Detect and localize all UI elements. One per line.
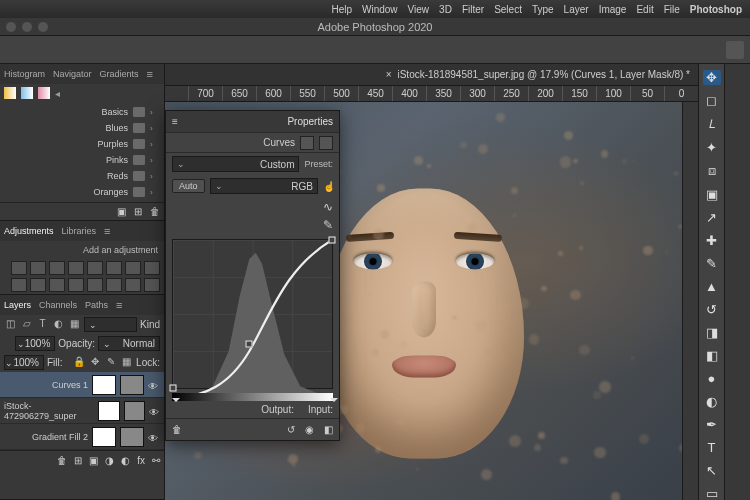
fx-icon[interactable]: fx	[137, 455, 145, 466]
opacity-input[interactable]: 100%	[15, 336, 55, 351]
layer-row[interactable]: 👁Curves 1	[0, 372, 164, 398]
reset-icon[interactable]: ↺	[287, 424, 295, 435]
filter-adjust-icon[interactable]: ◐	[52, 318, 65, 331]
lock-paint-icon[interactable]: ✎	[104, 356, 117, 369]
crop-tool[interactable]: ⧈	[703, 163, 721, 179]
collapsed-panel-strip[interactable]	[724, 64, 750, 500]
wand-tool[interactable]: ✦	[703, 140, 721, 155]
eyedropper-tool[interactable]: ↗	[703, 210, 721, 225]
mask-icon[interactable]: ◐	[121, 455, 130, 466]
lasso-tool[interactable]: 𝘓	[703, 116, 721, 132]
visibility-icon[interactable]: 👁	[149, 407, 160, 415]
panel-menu-icon[interactable]: ≡	[172, 116, 178, 127]
app-menu[interactable]: Photoshop	[690, 4, 742, 15]
tab-adjustments[interactable]: Adjustments	[4, 226, 54, 236]
curve-point-tool-icon[interactable]: ∿	[323, 200, 333, 214]
gradient-chip[interactable]	[4, 87, 16, 99]
layer-thumbnail[interactable]	[120, 375, 144, 395]
trash-icon[interactable]: 🗑	[57, 455, 67, 466]
link-icon[interactable]: ⚯	[152, 455, 160, 466]
menu-edit[interactable]: Edit	[636, 4, 653, 15]
layer-name[interactable]: iStock-472906279_super	[4, 401, 94, 421]
brush-tool[interactable]: ✎	[703, 256, 721, 271]
adjustment-preset-icon[interactable]	[125, 278, 141, 292]
gradient-folder[interactable]: ›Reds	[0, 168, 164, 184]
preset-dropdown[interactable]: Custom	[172, 156, 299, 172]
gradient-folder[interactable]: ›Blues	[0, 120, 164, 136]
menu-view[interactable]: View	[408, 4, 430, 15]
stamp-tool[interactable]: ▲	[703, 279, 721, 294]
adjustment-preset-icon[interactable]	[125, 261, 141, 275]
folder-icon[interactable]: ▣	[117, 206, 126, 217]
curve-draw-tool-icon[interactable]: ✎	[323, 218, 333, 232]
group-icon[interactable]: ▣	[89, 455, 98, 466]
layer-mask-thumbnail[interactable]	[98, 401, 120, 421]
frame-tool[interactable]: ▣	[703, 187, 721, 202]
adjustment-preset-icon[interactable]	[144, 278, 160, 292]
gradient-tool[interactable]: ◧	[703, 348, 721, 363]
panel-menu-icon[interactable]: ≡	[104, 225, 110, 237]
properties-tab[interactable]: Properties	[287, 116, 333, 127]
tab-gradients[interactable]: Gradients	[100, 69, 139, 79]
blend-mode-dropdown[interactable]: Normal	[98, 336, 160, 351]
clip-icon[interactable]: ◧	[324, 424, 333, 435]
new-layer-icon[interactable]: ⊞	[74, 455, 82, 466]
adjustment-preset-icon[interactable]	[106, 261, 122, 275]
tab-paths[interactable]: Paths	[85, 300, 108, 310]
gradient-folder[interactable]: ›Basics	[0, 104, 164, 120]
tab-layers[interactable]: Layers	[4, 300, 31, 310]
filter-type-icon[interactable]: T	[36, 318, 49, 331]
eraser-tool[interactable]: ◨	[703, 325, 721, 340]
adjustment-preset-icon[interactable]	[30, 261, 46, 275]
menu-file[interactable]: File	[664, 4, 680, 15]
dodge-tool[interactable]: ◐	[703, 394, 721, 409]
history-brush-tool[interactable]: ↺	[703, 302, 721, 317]
lock-all-icon[interactable]: 🔒	[72, 356, 85, 369]
gradient-chip[interactable]	[38, 87, 50, 99]
adjustment-preset-icon[interactable]	[11, 278, 27, 292]
visibility-icon[interactable]: 👁	[148, 433, 160, 441]
trash-icon[interactable]: 🗑	[150, 206, 160, 217]
gradient-folder[interactable]: ›Purples	[0, 136, 164, 152]
tab-navigator[interactable]: Navigator	[53, 69, 92, 79]
type-tool[interactable]: T	[703, 440, 721, 455]
filter-shape-icon[interactable]: ▱	[20, 318, 33, 331]
menu-layer[interactable]: Layer	[564, 4, 589, 15]
menu-window[interactable]: Window	[362, 4, 398, 15]
path-tool[interactable]: ↖	[703, 463, 721, 478]
document-tab[interactable]: iStock-181894581_super.jpg @ 17.9% (Curv…	[165, 64, 698, 86]
panel-menu-icon[interactable]: ≡	[147, 68, 153, 80]
layer-row[interactable]: 👁iStock-472906279_super	[0, 398, 164, 424]
menu-filter[interactable]: Filter	[462, 4, 484, 15]
adjustment-preset-icon[interactable]	[144, 261, 160, 275]
adjustment-preset-icon[interactable]	[87, 261, 103, 275]
properties-panel[interactable]: Properties ≡ Curves Preset: Custom ☝ RGB…	[165, 110, 340, 441]
close-tab-icon[interactable]: ×	[386, 69, 392, 80]
menu-help[interactable]: Help	[331, 4, 352, 15]
menu-3d[interactable]: 3D	[439, 4, 452, 15]
curves-graph[interactable]	[172, 239, 333, 389]
lock-trans-icon[interactable]: ▦	[120, 356, 133, 369]
target-adjust-icon[interactable]: ☝	[323, 181, 333, 192]
layer-name[interactable]: Curves 1	[52, 380, 88, 390]
filter-smart-icon[interactable]: ◫	[4, 318, 17, 331]
layer-mask-thumbnail[interactable]	[92, 427, 116, 447]
lock-pos-icon[interactable]: ✥	[88, 356, 101, 369]
channel-dropdown[interactable]: RGB	[210, 178, 318, 194]
gradient-chip[interactable]	[21, 87, 33, 99]
visibility-icon[interactable]: 👁	[148, 381, 160, 389]
adjustment-preset-icon[interactable]	[49, 261, 65, 275]
menu-image[interactable]: Image	[599, 4, 627, 15]
adjustment-preset-icon[interactable]	[68, 278, 84, 292]
adjustment-icon[interactable]: ◑	[105, 455, 114, 466]
gradient-folder[interactable]: ›Oranges	[0, 184, 164, 200]
kind-filter-dropdown[interactable]	[84, 317, 137, 332]
layer-thumbnail[interactable]	[120, 427, 144, 447]
pen-tool[interactable]: ✒	[703, 417, 721, 432]
shape-tool[interactable]: ▭	[703, 486, 721, 500]
panel-menu-icon[interactable]: ≡	[116, 299, 122, 311]
healing-tool[interactable]: ✚	[703, 233, 721, 248]
layer-name[interactable]: Gradient Fill 2	[32, 432, 88, 442]
adjustment-preset-icon[interactable]	[30, 278, 46, 292]
layer-row[interactable]: 👁Gradient Fill 2	[0, 424, 164, 450]
